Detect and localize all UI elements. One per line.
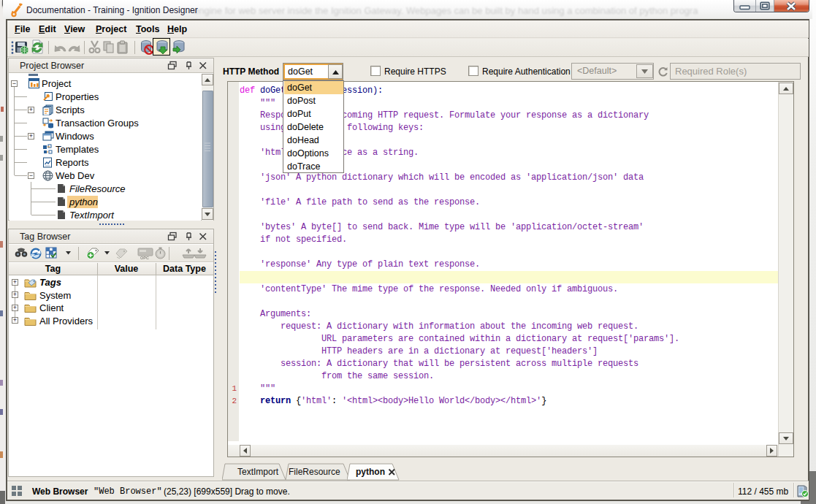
svg-text:OPC: OPC [140,256,149,260]
